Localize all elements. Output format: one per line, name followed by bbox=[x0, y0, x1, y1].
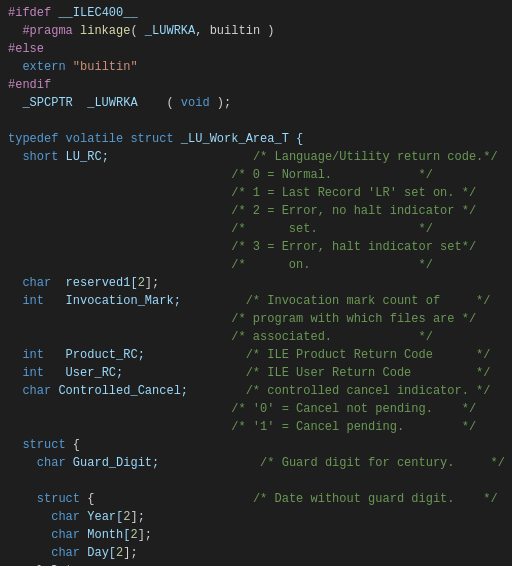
code-token: /* '1' = Cancel pending. */ bbox=[231, 418, 476, 436]
code-token: ]; bbox=[123, 544, 137, 562]
code-token bbox=[8, 328, 231, 346]
code-token bbox=[8, 292, 22, 310]
code-token: ( bbox=[138, 94, 181, 112]
code-token: User_RC; bbox=[44, 364, 123, 382]
code-token bbox=[8, 436, 22, 454]
code-token: void bbox=[181, 94, 210, 112]
code-line: /* associated. */ bbox=[0, 328, 512, 346]
code-token: #pragma bbox=[8, 22, 80, 40]
code-token: /* 3 = Error, halt indicator set*/ bbox=[231, 238, 476, 256]
code-token: _LU_Work_Area_T { bbox=[174, 130, 304, 148]
code-token: 2 bbox=[123, 508, 130, 526]
code-token: /* 2 = Error, no halt indicator */ bbox=[231, 202, 476, 220]
code-token bbox=[8, 256, 231, 274]
code-token: int bbox=[22, 364, 44, 382]
code-token: 2 bbox=[116, 544, 123, 562]
code-token: /* '0' = Cancel not pending. */ bbox=[231, 400, 476, 418]
code-token: { bbox=[80, 490, 94, 508]
code-line: /* '0' = Cancel not pending. */ bbox=[0, 400, 512, 418]
code-line: /* 2 = Error, no halt indicator */ bbox=[0, 202, 512, 220]
code-token bbox=[94, 490, 252, 508]
code-token: /* 0 = Normal. */ bbox=[231, 166, 433, 184]
code-line bbox=[0, 472, 512, 490]
code-line: /* program with which files are */ bbox=[0, 310, 512, 328]
code-token: short bbox=[22, 148, 58, 166]
code-token: Day[ bbox=[80, 544, 116, 562]
code-token: /* Date without guard digit. */ bbox=[253, 490, 498, 508]
code-token: ]; bbox=[130, 508, 144, 526]
code-line: /* 1 = Last Record 'LR' set on. */ bbox=[0, 184, 512, 202]
code-token: "builtin" bbox=[73, 58, 138, 76]
code-token bbox=[8, 382, 22, 400]
code-token: _SPCPTR bbox=[8, 94, 87, 112]
code-token: ( bbox=[130, 22, 144, 40]
code-token: 2 bbox=[138, 274, 145, 292]
code-token: LU_RC; bbox=[58, 148, 108, 166]
code-token: { bbox=[66, 436, 80, 454]
code-token bbox=[123, 364, 245, 382]
code-token bbox=[181, 292, 246, 310]
code-line: char Year[2]; bbox=[0, 508, 512, 526]
code-token: int bbox=[22, 292, 44, 310]
code-line: #ifdef __ILEC400__ bbox=[0, 4, 512, 22]
code-token: ]; bbox=[138, 526, 152, 544]
code-token: /* Guard digit for century. */ bbox=[260, 454, 505, 472]
code-token: Month[ bbox=[80, 526, 130, 544]
code-token bbox=[145, 346, 246, 364]
code-token: /* ILE User Return Code */ bbox=[246, 364, 491, 382]
code-token bbox=[8, 346, 22, 364]
code-token bbox=[8, 526, 51, 544]
code-line: /* '1' = Cancel pending. */ bbox=[0, 418, 512, 436]
code-line: #pragma linkage( _LUWRKA, builtin ) bbox=[0, 22, 512, 40]
code-token: char bbox=[22, 382, 51, 400]
code-token: #ifdef bbox=[8, 4, 58, 22]
code-token: /* ILE Product Return Code */ bbox=[246, 346, 491, 364]
code-token: } Date; bbox=[8, 562, 87, 566]
code-line: #else bbox=[0, 40, 512, 58]
code-line: _SPCPTR _LUWRKA ( void ); bbox=[0, 94, 512, 112]
code-token: /* controlled cancel indicator. */ bbox=[246, 382, 491, 400]
code-line bbox=[0, 112, 512, 130]
code-token: __ILEC400__ bbox=[58, 4, 137, 22]
code-token: #else bbox=[8, 40, 44, 58]
code-token bbox=[8, 184, 231, 202]
code-token bbox=[8, 544, 51, 562]
code-token: struct bbox=[22, 436, 65, 454]
code-token bbox=[8, 364, 22, 382]
code-line: char Month[2]; bbox=[0, 526, 512, 544]
code-token: struct bbox=[37, 490, 80, 508]
code-token: /* program with which files are */ bbox=[231, 310, 476, 328]
code-token bbox=[8, 238, 231, 256]
code-line: char Guard_Digit; /* Guard digit for cen… bbox=[0, 454, 512, 472]
code-token: ); bbox=[210, 94, 232, 112]
code-token: /* set. */ bbox=[231, 220, 433, 238]
code-line: typedef volatile struct _LU_Work_Area_T … bbox=[0, 130, 512, 148]
code-token: char bbox=[51, 544, 80, 562]
code-token bbox=[8, 166, 231, 184]
code-line: int User_RC; /* ILE User Return Code */ bbox=[0, 364, 512, 382]
code-token: Product_RC; bbox=[44, 346, 145, 364]
code-token: , builtin ) bbox=[195, 22, 274, 40]
code-line: struct { bbox=[0, 436, 512, 454]
code-line: /* on. */ bbox=[0, 256, 512, 274]
code-token: int bbox=[22, 346, 44, 364]
code-container: #ifdef __ILEC400__ #pragma linkage( _LUW… bbox=[0, 0, 512, 566]
code-token: linkage bbox=[80, 22, 130, 40]
code-token: Year[ bbox=[80, 508, 123, 526]
code-token: 2 bbox=[130, 526, 137, 544]
code-line: /* 3 = Error, halt indicator set*/ bbox=[0, 238, 512, 256]
code-token: Guard_Digit; bbox=[66, 454, 160, 472]
code-line: } Date; bbox=[0, 562, 512, 566]
code-token: _LUWRKA bbox=[87, 94, 137, 112]
code-token: extern bbox=[22, 58, 65, 76]
code-line: int Invocation_Mark; /* Invocation mark … bbox=[0, 292, 512, 310]
code-token bbox=[66, 58, 73, 76]
code-token: #endif bbox=[8, 76, 51, 94]
code-token: Controlled_Cancel; bbox=[51, 382, 188, 400]
code-line: extern "builtin" bbox=[0, 58, 512, 76]
code-line: short LU_RC; /* Language/Utility return … bbox=[0, 148, 512, 166]
code-token bbox=[8, 58, 22, 76]
code-token bbox=[8, 148, 22, 166]
code-token: typedef bbox=[8, 130, 66, 148]
code-token: /* Invocation mark count of */ bbox=[246, 292, 491, 310]
